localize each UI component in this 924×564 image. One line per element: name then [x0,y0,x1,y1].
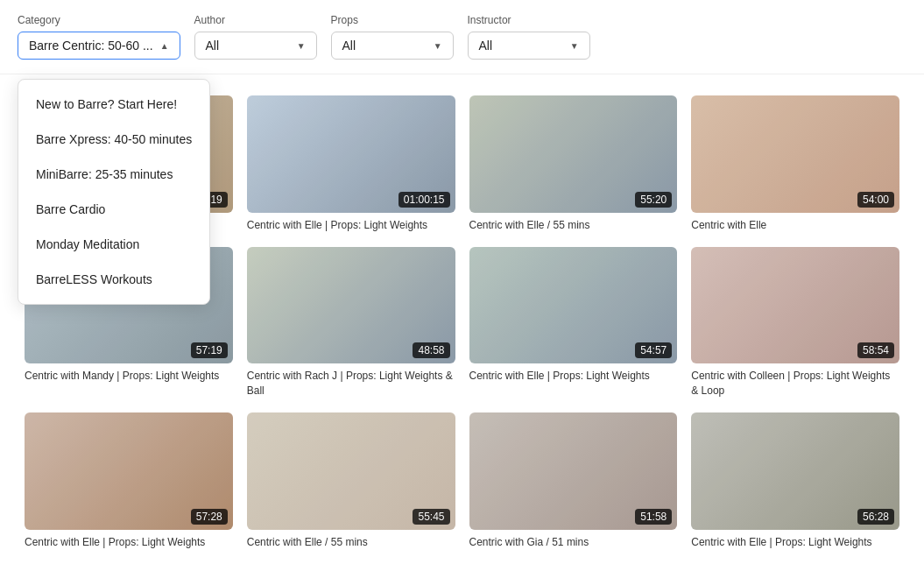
author-filter-group: Author All ▼ [194,14,317,60]
video-duration: 55:20 [635,192,672,208]
author-label: Author [194,14,317,26]
dropdown-item[interactable]: MiniBarre: 25-35 minutes [18,157,209,192]
category-chevron-icon: ▲ [160,41,169,51]
video-duration: 56:28 [857,509,894,525]
video-duration: 51:58 [635,509,672,525]
video-title: Centric with Elle / 55 mins [469,218,678,233]
video-duration: 54:00 [857,192,894,208]
dropdown-item[interactable]: New to Barre? Start Here! [18,87,209,122]
video-card[interactable]: 58:54 Centric with Colleen | Props: Ligh… [684,240,906,405]
video-title: Centric with Elle | Props: Light Weights [469,369,678,384]
video-thumbnail: 55:45 [247,412,455,530]
author-chevron-icon: ▼ [297,41,306,51]
video-title: Centric with Elle | Props: Light Weights [691,535,899,550]
video-thumbnail: 55:20 [469,95,678,213]
video-card[interactable]: 56:28 Centric with Elle | Props: Light W… [684,405,906,557]
video-duration: 48:58 [413,342,449,358]
category-selected-value: Barre Centric: 50-60 ... [29,39,153,53]
video-title: Centric with Rach J | Props: Light Weigh… [247,369,455,398]
video-title: Centric with Elle | Props: Light Weights [247,218,455,233]
category-select[interactable]: Barre Centric: 50-60 ... ▲ [18,32,180,60]
video-card[interactable]: 55:45 Centric with Elle / 55 mins [240,405,462,557]
video-thumbnail: 57:28 [25,412,233,530]
video-thumbnail: 56:28 [691,412,899,530]
category-label: Category [18,14,180,26]
props-filter-group: Props All ▼ [331,14,454,60]
video-duration: 55:45 [413,509,449,525]
video-card[interactable]: 54:00 Centric with Elle [684,88,906,240]
video-card[interactable]: 57:28 Centric with Elle | Props: Light W… [18,405,240,557]
instructor-selected-value: All [479,39,493,53]
author-selected-value: All [206,39,220,53]
dropdown-item[interactable]: Barre Cardio [18,192,209,227]
video-thumbnail: 58:54 [691,247,899,364]
props-chevron-icon: ▼ [434,41,442,51]
filters-bar: Category Barre Centric: 50-60 ... ▲ Auth… [0,0,924,74]
dropdown-item[interactable]: Barre Xpress: 40-50 minutes [18,122,209,157]
video-duration: 57:19 [191,342,228,358]
instructor-chevron-icon: ▼ [570,41,579,51]
dropdown-item[interactable]: BarreLESS Workouts [18,262,209,297]
video-card[interactable]: 55:20 Centric with Elle / 55 mins [462,88,685,240]
video-duration: 57:28 [191,509,228,525]
video-duration: 54:57 [635,342,672,358]
category-dropdown-menu: New to Barre? Start Here!Barre Xpress: 4… [18,79,210,305]
video-title: Centric with Elle | Props: Light Weights [25,535,233,550]
video-thumbnail: 48:58 [247,247,455,364]
props-selected-value: All [342,39,356,53]
instructor-label: Instructor [468,14,590,26]
video-duration: 58:54 [857,342,894,358]
instructor-select[interactable]: All ▼ [468,32,590,60]
video-title: Centric with Elle [691,218,899,233]
video-thumbnail: 54:57 [469,247,678,364]
video-title: Centric with Colleen | Props: Light Weig… [691,369,899,398]
category-filter-group: Category Barre Centric: 50-60 ... ▲ [18,14,180,60]
dropdown-item[interactable]: Monday Meditation [18,227,209,262]
video-duration: 01:00:15 [399,192,450,208]
props-select[interactable]: All ▼ [331,32,454,60]
video-thumbnail: 01:00:15 [247,95,455,213]
video-title: Centric with Elle / 55 mins [247,535,455,550]
video-title: Centric with Mandy | Props: Light Weight… [25,369,233,384]
props-label: Props [331,14,454,26]
video-card[interactable]: 51:58 Centric with Gia / 51 mins [462,405,685,557]
video-card[interactable]: 54:57 Centric with Elle | Props: Light W… [462,240,685,405]
author-select[interactable]: All ▼ [194,32,317,60]
video-title: Centric with Gia / 51 mins [469,535,678,550]
video-card[interactable]: 01:00:15 Centric with Elle | Props: Ligh… [240,88,462,240]
instructor-filter-group: Instructor All ▼ [468,14,590,60]
video-card[interactable]: 48:58 Centric with Rach J | Props: Light… [240,240,462,405]
video-thumbnail: 51:58 [469,412,678,530]
video-thumbnail: 54:00 [691,95,899,213]
